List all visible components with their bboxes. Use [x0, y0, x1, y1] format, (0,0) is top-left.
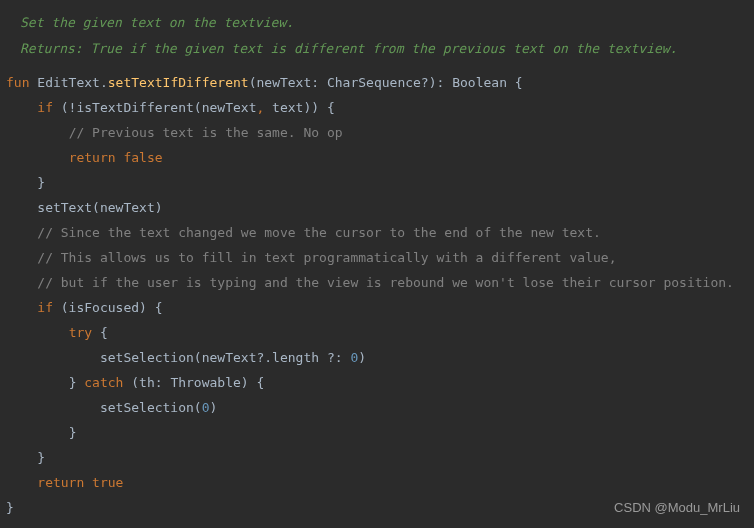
- doc-line-1: Set the given text on the textview.: [20, 10, 754, 36]
- setsel1-b: ): [358, 350, 366, 365]
- code-line-comment-since: // Since the text changed we move the cu…: [0, 220, 754, 245]
- brace-close-fun: }: [6, 500, 14, 515]
- code-line-brace-close-if2: }: [0, 445, 754, 470]
- brace-close-if2: }: [37, 450, 45, 465]
- code-line-setsel2: setSelection(0): [0, 395, 754, 420]
- keyword-catch: catch: [84, 375, 123, 390]
- param-colon: :: [311, 75, 327, 90]
- keyword-false: false: [116, 150, 163, 165]
- keyword-if-2: if: [37, 300, 53, 315]
- code-editor[interactable]: Set the given text on the textview. Retu…: [0, 0, 754, 520]
- param-type: CharSequence?: [327, 75, 429, 90]
- ret-colon: :: [437, 75, 453, 90]
- keyword-return-2: return: [37, 475, 84, 490]
- keyword-if: if: [37, 100, 53, 115]
- ret-type: Boolean: [452, 75, 507, 90]
- function-name: setTextIfDifferent: [108, 75, 249, 90]
- code-line-return-false: return false: [0, 145, 754, 170]
- code-line-comment-allows: // This allows us to fill in text progra…: [0, 245, 754, 270]
- setsel1-a: setSelection(newText?.length ?:: [100, 350, 350, 365]
- settext-call: setText(newText): [37, 200, 162, 215]
- param-name: newText: [256, 75, 311, 90]
- code-line-try: try {: [0, 320, 754, 345]
- type-edittext: EditText.: [29, 75, 107, 90]
- paren-close: ): [429, 75, 437, 90]
- code-line-brace-close-1: }: [0, 170, 754, 195]
- if1-cond-b: text)) {: [264, 100, 334, 115]
- doc-comment-block: Set the given text on the textview. Retu…: [0, 2, 754, 70]
- code-line-brace-close-catch: }: [0, 420, 754, 445]
- code-line-settext: setText(newText): [0, 195, 754, 220]
- keyword-try: try: [69, 325, 92, 340]
- brace-close-catch: }: [69, 425, 77, 440]
- keyword-true: true: [84, 475, 123, 490]
- setsel2-b: ): [210, 400, 218, 415]
- keyword-fun: fun: [6, 75, 29, 90]
- code-line-setsel1: setSelection(newText?.length ?: 0): [0, 345, 754, 370]
- code-line-if2: if (isFocused) {: [0, 295, 754, 320]
- watermark-text: CSDN @Modu_MrLiu: [614, 495, 740, 520]
- comment-but: // but if the user is typing and the vie…: [37, 275, 734, 290]
- setsel2-a: setSelection(: [100, 400, 202, 415]
- comment-since: // Since the text changed we move the cu…: [37, 225, 601, 240]
- keyword-return: return: [69, 150, 116, 165]
- number-0-b: 0: [202, 400, 210, 415]
- code-line-comment-prev: // Previous text is the same. No op: [0, 120, 754, 145]
- if2-cond: (isFocused) {: [53, 300, 163, 315]
- try-brace: {: [92, 325, 108, 340]
- brace-close-try: }: [69, 375, 85, 390]
- brace-open: {: [507, 75, 523, 90]
- catch-sig: (th: Throwable) {: [123, 375, 264, 390]
- comment-prev: // Previous text is the same. No op: [69, 125, 343, 140]
- code-line-comment-but: // but if the user is typing and the vie…: [0, 270, 754, 295]
- doc-line-2: Returns: True if the given text is diffe…: [20, 36, 754, 62]
- comment-allows: // This allows us to fill in text progra…: [37, 250, 616, 265]
- brace-close: }: [37, 175, 45, 190]
- if1-cond-a: (!isTextDifferent(newText: [53, 100, 257, 115]
- code-line-if1: if (!isTextDifferent(newText, text)) {: [0, 95, 754, 120]
- code-line-catch: } catch (th: Throwable) {: [0, 370, 754, 395]
- code-line-fun-decl: fun EditText.setTextIfDifferent(newText:…: [0, 70, 754, 95]
- code-line-return-true: return true: [0, 470, 754, 495]
